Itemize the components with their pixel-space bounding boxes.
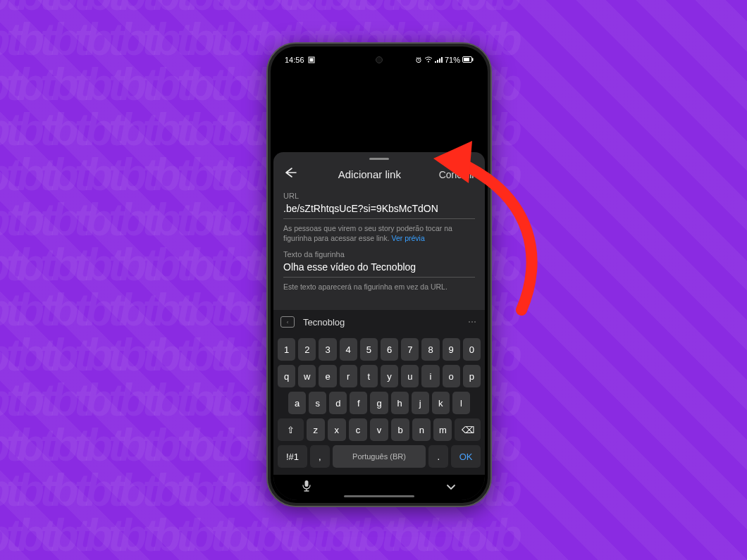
key-comma[interactable]: , xyxy=(310,445,330,468)
key-period[interactable]: . xyxy=(428,445,448,468)
key-row-2: q w e r t y u i o p xyxy=(278,365,481,387)
url-field-block: URL .be/sZtRhtqsUcE?si=9KbsMcTdON As pes… xyxy=(273,192,485,250)
key-symbols[interactable]: !#1 xyxy=(278,445,307,468)
key-y[interactable]: y xyxy=(381,365,398,387)
phone-side-button xyxy=(490,202,492,230)
add-link-sheet: Adicionar link Concluir URL .be/sZtRhtqs… xyxy=(273,152,485,500)
key-w[interactable]: w xyxy=(298,365,316,387)
back-button[interactable] xyxy=(283,167,300,182)
key-space[interactable]: Português (BR) xyxy=(333,445,426,468)
sheet-drag-handle[interactable] xyxy=(369,158,389,160)
done-button[interactable]: Concluir xyxy=(439,169,475,180)
key-b[interactable]: b xyxy=(391,418,409,441)
key-f[interactable]: f xyxy=(350,392,367,414)
key-i[interactable]: i xyxy=(421,365,439,387)
url-input[interactable]: .be/sZtRhtqsUcE?si=9KbsMcTdON xyxy=(283,201,475,219)
sticker-text-hint: Este texto aparecerá na figurinha em vez… xyxy=(283,282,475,292)
soft-keyboard: 1 2 3 4 5 6 7 8 9 0 q w e r t y xyxy=(273,334,485,475)
preview-link[interactable]: Ver prévia xyxy=(392,234,425,242)
url-hint-text: As pessoas que virem o seu story poderão… xyxy=(283,224,452,242)
key-x[interactable]: x xyxy=(328,418,346,441)
signal-icon xyxy=(435,56,443,63)
key-row-5: !#1 , Português (BR) . OK xyxy=(278,445,481,468)
key-m[interactable]: m xyxy=(433,418,452,441)
keyboard-more-icon[interactable]: ⋯ xyxy=(468,317,478,327)
sticker-text-field-block: Texto da figurinha Olha esse vídeo do Te… xyxy=(273,250,485,299)
key-7[interactable]: 7 xyxy=(401,338,419,361)
sticker-text-label: Texto da figurinha xyxy=(283,250,475,259)
key-h[interactable]: h xyxy=(391,392,409,414)
alarm-icon xyxy=(415,56,422,63)
key-row-1: 1 2 3 4 5 6 7 8 9 0 xyxy=(278,338,481,361)
svg-rect-7 xyxy=(441,57,443,63)
key-e[interactable]: e xyxy=(319,365,336,387)
camera-punch-hole xyxy=(376,56,383,63)
phone-side-button xyxy=(490,149,492,192)
key-2[interactable]: 2 xyxy=(298,338,316,361)
svg-rect-10 xyxy=(472,58,474,61)
sticker-text-input[interactable]: Olha esse vídeo do Tecnoblog xyxy=(283,260,475,278)
phone-side-button xyxy=(266,163,268,227)
key-o[interactable]: o xyxy=(443,365,460,387)
key-j[interactable]: j xyxy=(412,392,429,414)
status-battery: 71% xyxy=(445,56,460,64)
key-backspace[interactable]: ⌫ xyxy=(455,418,481,441)
key-u[interactable]: u xyxy=(401,365,419,387)
battery-icon xyxy=(462,56,474,63)
url-label: URL xyxy=(283,192,475,200)
clipboard-suggestion-icon[interactable]: ‹ xyxy=(280,316,295,328)
key-8[interactable]: 8 xyxy=(421,338,439,361)
key-a[interactable]: a xyxy=(288,392,306,414)
mic-icon[interactable] xyxy=(302,480,311,495)
key-row-4: ⇧ z x c v b n m ⌫ xyxy=(278,418,481,441)
key-row-3: a s d f g h j k l xyxy=(278,392,481,414)
key-3[interactable]: 3 xyxy=(319,338,336,361)
svg-rect-5 xyxy=(437,60,438,63)
svg-rect-1 xyxy=(309,58,313,61)
key-0[interactable]: 0 xyxy=(463,338,481,361)
svg-rect-6 xyxy=(439,58,440,63)
status-time: 14:56 xyxy=(285,56,304,64)
key-r[interactable]: r xyxy=(340,365,357,387)
key-5[interactable]: 5 xyxy=(360,338,378,361)
story-background-area xyxy=(273,68,485,152)
key-c[interactable]: c xyxy=(349,418,367,441)
svg-rect-9 xyxy=(464,58,469,61)
keyboard-suggestion[interactable]: Tecnoblog xyxy=(303,317,459,328)
wifi-icon xyxy=(424,56,433,63)
key-1[interactable]: 1 xyxy=(278,338,295,361)
url-hint: As pessoas que virem o seu story poderão… xyxy=(283,223,475,243)
key-d[interactable]: d xyxy=(329,392,347,414)
key-ok[interactable]: OK xyxy=(451,445,481,468)
svg-point-3 xyxy=(428,61,429,62)
key-g[interactable]: g xyxy=(370,392,388,414)
key-n[interactable]: n xyxy=(412,418,431,441)
svg-rect-4 xyxy=(435,61,436,63)
svg-rect-11 xyxy=(305,480,309,487)
key-6[interactable]: 6 xyxy=(381,338,398,361)
keyboard-suggestion-bar: ‹ Tecnoblog ⋯ xyxy=(273,310,485,334)
gesture-nav-handle[interactable] xyxy=(344,495,414,497)
key-s[interactable]: s xyxy=(309,392,326,414)
key-t[interactable]: t xyxy=(360,365,378,387)
key-v[interactable]: v xyxy=(370,418,388,441)
key-4[interactable]: 4 xyxy=(340,338,357,361)
key-l[interactable]: l xyxy=(452,392,470,414)
screenshot-icon xyxy=(308,56,315,63)
key-q[interactable]: q xyxy=(278,365,295,387)
key-9[interactable]: 9 xyxy=(443,338,460,361)
collapse-keyboard-icon[interactable] xyxy=(445,481,457,494)
key-shift[interactable]: ⇧ xyxy=(278,418,304,441)
sheet-title: Adicionar link xyxy=(338,168,401,180)
key-z[interactable]: z xyxy=(307,418,325,441)
key-k[interactable]: k xyxy=(432,392,450,414)
phone-frame: 14:56 71% xyxy=(266,42,492,507)
phone-screen: 14:56 71% xyxy=(273,49,485,500)
key-p[interactable]: p xyxy=(463,365,481,387)
